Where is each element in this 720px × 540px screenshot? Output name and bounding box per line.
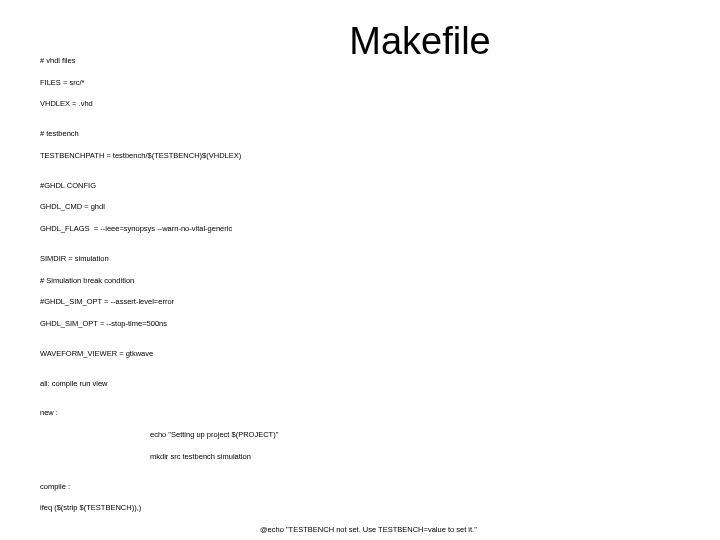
code-line: # Simulation break condition (40, 276, 720, 287)
makefile-code: # vhdl files FILES = src/* VHDLEX = .vhd… (0, 45, 720, 540)
code-line: WAVEFORM_VIEWER = gtkwave (40, 349, 720, 360)
code-line: GHDL_CMD = ghdl (40, 202, 720, 213)
code-line: all: compile run view (40, 379, 720, 390)
code-line: SIMDIR = simulation (40, 254, 720, 265)
code-line: compile : (40, 482, 720, 493)
code-line: ifeq ($(strip $(TESTBENCH)),) (40, 503, 720, 514)
code-line: FILES = src/* (40, 78, 720, 89)
code-line: GHDL_FLAGS = --ieee=synopsys --warn-no-v… (40, 224, 720, 235)
code-line: new : (40, 408, 720, 419)
code-line: #GHDL_SIM_OPT = --assert-level=error (40, 297, 720, 308)
code-line: @echo "TESTBENCH not set. Use TESTBENCH=… (40, 525, 720, 536)
code-line: GHDL_SIM_OPT = --stop-time=500ns (40, 319, 720, 330)
code-line: mkdir src testbench simulation (40, 452, 720, 463)
code-line: VHDLEX = .vhd (40, 99, 720, 110)
code-line: TESTBENCHPATH = testbench/$(TESTBENCH)$(… (40, 151, 720, 162)
code-line: # testbench (40, 129, 720, 140)
code-line: echo "Setting up project $(PROJECT)" (40, 430, 720, 441)
code-line: #GHDL CONFIG (40, 181, 720, 192)
